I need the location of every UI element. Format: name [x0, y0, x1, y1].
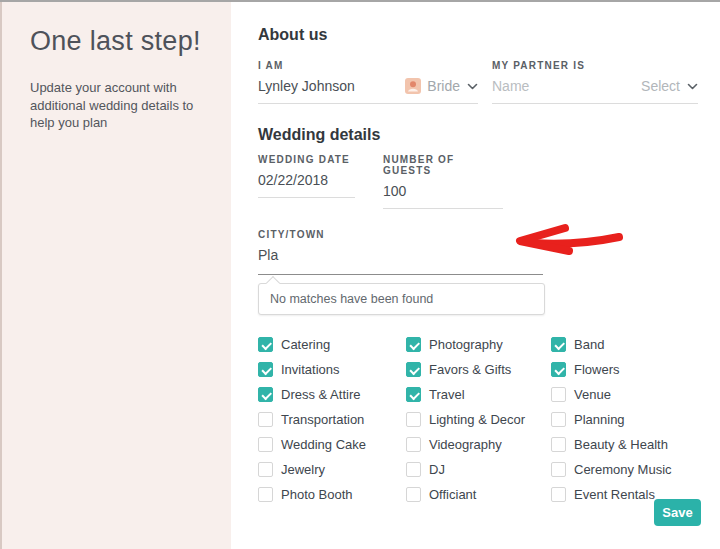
service-checkbox[interactable]	[406, 387, 421, 402]
service-checkbox-label: Dress & Attire	[281, 387, 360, 402]
service-checkbox-label: Wedding Cake	[281, 437, 366, 452]
service-planning[interactable]: Planning	[551, 412, 700, 427]
service-checkbox-label: Beauty & Health	[574, 437, 668, 452]
city-town-control	[258, 240, 543, 275]
services-grid: Catering Photography Band Invitations Fa…	[258, 337, 700, 502]
service-checkbox-label: Venue	[574, 387, 611, 402]
service-checkbox-label: Event Rentals	[574, 487, 655, 502]
service-invitations[interactable]: Invitations	[258, 362, 406, 377]
service-checkbox[interactable]	[406, 412, 421, 427]
wedding-date-label: WEDDING DATE	[258, 154, 355, 165]
service-checkbox[interactable]	[258, 362, 273, 377]
partner-field: MY PARTNER IS Select	[492, 60, 698, 104]
service-favors-gifts[interactable]: Favors & Gifts	[406, 362, 551, 377]
guests-label: NUMBER OF GUESTS	[383, 154, 503, 176]
partner-name-input[interactable]	[492, 78, 602, 94]
service-checkbox-label: Favors & Gifts	[429, 362, 511, 377]
sidebar-description: Update your account with additional wedd…	[30, 79, 202, 132]
service-checkbox[interactable]	[406, 487, 421, 502]
chevron-down-icon	[467, 83, 478, 90]
wedding-date-input[interactable]	[258, 172, 355, 188]
bride-icon	[405, 78, 421, 94]
city-town-input[interactable]	[258, 247, 543, 263]
service-band[interactable]: Band	[551, 337, 700, 352]
main-content: About us I AM Bride	[231, 2, 720, 549]
service-wedding-cake[interactable]: Wedding Cake	[258, 437, 406, 452]
service-catering[interactable]: Catering	[258, 337, 406, 352]
service-lighting-decor[interactable]: Lighting & Decor	[406, 412, 551, 427]
service-checkbox[interactable]	[551, 387, 566, 402]
service-checkbox-label: Flowers	[574, 362, 620, 377]
service-flowers[interactable]: Flowers	[551, 362, 700, 377]
i-am-label: I AM	[258, 60, 478, 71]
service-checkbox[interactable]	[551, 437, 566, 452]
partner-role-select[interactable]: Select	[641, 78, 698, 94]
partner-control: Select	[492, 71, 698, 104]
service-checkbox-label: Planning	[574, 412, 625, 427]
service-checkbox[interactable]	[406, 362, 421, 377]
wedding-details-heading: Wedding details	[258, 126, 700, 144]
service-checkbox-label: Photo Booth	[281, 487, 353, 502]
service-checkbox[interactable]	[258, 337, 273, 352]
guests-control	[383, 176, 503, 209]
service-venue[interactable]: Venue	[551, 387, 700, 402]
service-checkbox[interactable]	[258, 412, 273, 427]
partner-role-placeholder: Select	[641, 78, 680, 94]
service-beauty-health[interactable]: Beauty & Health	[551, 437, 700, 452]
autocomplete-dropdown[interactable]: No matches have been found	[258, 283, 545, 315]
service-checkbox-label: Photography	[429, 337, 503, 352]
service-checkbox[interactable]	[406, 462, 421, 477]
service-dj[interactable]: DJ	[406, 462, 551, 477]
service-checkbox-label: Transportation	[281, 412, 364, 427]
dropdown-notch	[266, 276, 280, 290]
service-checkbox[interactable]	[551, 337, 566, 352]
wedding-date-control	[258, 165, 355, 198]
my-role-value: Bride	[427, 78, 460, 94]
service-officiant[interactable]: Officiant	[406, 487, 551, 502]
service-transportation[interactable]: Transportation	[258, 412, 406, 427]
service-ceremony-music[interactable]: Ceremony Music	[551, 462, 700, 477]
service-checkbox[interactable]	[258, 437, 273, 452]
sidebar-heading: One last step!	[30, 26, 203, 57]
service-checkbox-label: DJ	[429, 462, 445, 477]
i-am-control: Bride	[258, 71, 478, 104]
i-am-field: I AM Bride	[258, 60, 478, 104]
service-checkbox[interactable]	[551, 362, 566, 377]
my-name-input[interactable]	[258, 78, 368, 94]
partner-label: MY PARTNER IS	[492, 60, 698, 71]
service-photography[interactable]: Photography	[406, 337, 551, 352]
service-checkbox-label: Band	[574, 337, 604, 352]
service-dress-attire[interactable]: Dress & Attire	[258, 387, 406, 402]
service-checkbox[interactable]	[551, 487, 566, 502]
sidebar: One last step! Update your account with …	[0, 2, 231, 549]
service-checkbox-label: Officiant	[429, 487, 476, 502]
city-town-field: CITY/TOWN	[258, 229, 543, 275]
service-travel[interactable]: Travel	[406, 387, 551, 402]
service-checkbox-label: Catering	[281, 337, 330, 352]
no-matches-message: No matches have been found	[270, 292, 433, 306]
service-checkbox[interactable]	[551, 462, 566, 477]
service-jewelry[interactable]: Jewelry	[258, 462, 406, 477]
my-role-select[interactable]: Bride	[405, 78, 478, 94]
about-fields-row: I AM Bride	[258, 60, 700, 104]
wedding-fields-row: WEDDING DATE NUMBER OF GUESTS	[258, 154, 700, 209]
service-checkbox[interactable]	[406, 437, 421, 452]
service-checkbox-label: Travel	[429, 387, 465, 402]
account-details-modal: One last step! Update your account with …	[0, 0, 720, 549]
service-checkbox[interactable]	[258, 462, 273, 477]
service-checkbox[interactable]	[258, 387, 273, 402]
wedding-date-field: WEDDING DATE	[258, 154, 355, 209]
service-checkbox[interactable]	[258, 487, 273, 502]
service-videography[interactable]: Videography	[406, 437, 551, 452]
save-button[interactable]: Save	[654, 499, 701, 526]
guests-input[interactable]	[383, 183, 503, 199]
service-photo-booth[interactable]: Photo Booth	[258, 487, 406, 502]
service-checkbox[interactable]	[406, 337, 421, 352]
service-checkbox-label: Videography	[429, 437, 502, 452]
guests-field: NUMBER OF GUESTS	[383, 154, 503, 209]
city-town-label: CITY/TOWN	[258, 229, 543, 240]
service-checkbox-label: Lighting & Decor	[429, 412, 525, 427]
service-checkbox[interactable]	[551, 412, 566, 427]
service-checkbox-label: Jewelry	[281, 462, 325, 477]
city-town-section: CITY/TOWN No matches have been found	[258, 229, 700, 315]
